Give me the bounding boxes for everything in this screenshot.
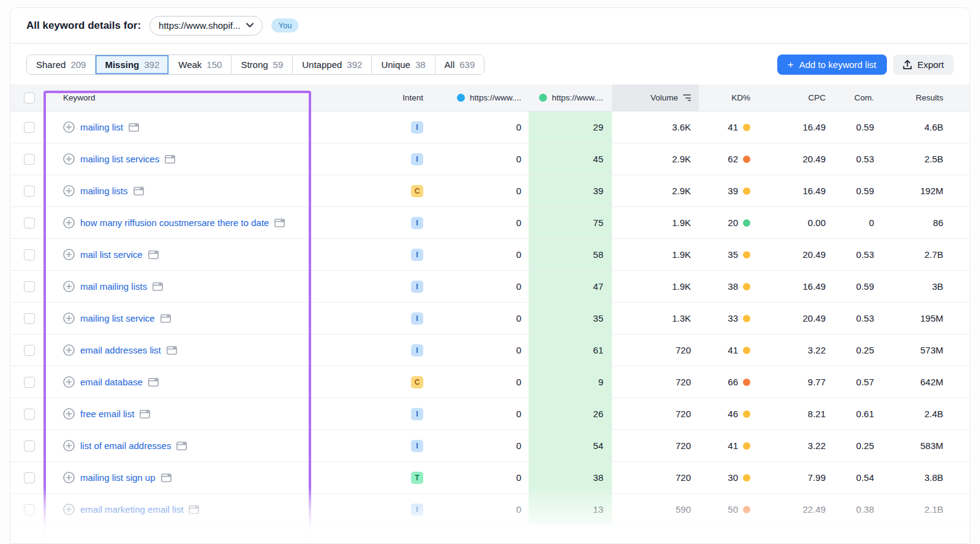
row-checkbox[interactable] xyxy=(24,345,35,356)
row-checkbox[interactable] xyxy=(24,504,35,515)
column-header-url2[interactable]: https://www.... xyxy=(529,85,612,111)
keyword-link[interactable]: mailing list services xyxy=(80,154,159,164)
cpc-value: 3.22 xyxy=(808,440,826,451)
keyword-link[interactable]: mailing lists xyxy=(80,186,128,196)
kd-value: 35 xyxy=(728,249,738,260)
url2-position: 45 xyxy=(593,154,603,164)
intent-badge[interactable]: I xyxy=(411,217,423,229)
add-keyword-icon[interactable] xyxy=(63,217,75,229)
toolbar: Shared209Missing392Weak150Strong59Untapp… xyxy=(10,43,970,85)
tab-label: Unique xyxy=(381,59,410,70)
kd-dot-icon xyxy=(743,442,750,450)
kd-value: 33 xyxy=(728,313,738,323)
domain-selector-dropdown[interactable]: https://www.shopif... xyxy=(149,16,263,36)
serp-features-icon[interactable] xyxy=(165,155,175,164)
keyword-link[interactable]: email marketing email list xyxy=(80,504,183,515)
keyword-link[interactable]: mailing list service xyxy=(80,313,155,323)
column-header-intent[interactable]: Intent xyxy=(311,85,423,111)
serp-features-icon[interactable] xyxy=(160,314,171,323)
url2-position: 58 xyxy=(593,249,603,260)
row-checkbox[interactable] xyxy=(24,186,35,197)
row-checkbox[interactable] xyxy=(24,122,35,133)
serp-features-icon[interactable] xyxy=(176,442,187,450)
kd-value: 50 xyxy=(728,504,738,515)
add-keyword-icon[interactable] xyxy=(63,376,75,388)
select-all-checkbox[interactable] xyxy=(24,93,35,104)
add-keyword-icon[interactable] xyxy=(63,504,75,515)
intent-badge[interactable]: I xyxy=(411,281,423,293)
tab-label: Weak xyxy=(178,59,202,70)
keyword-link[interactable]: email addresses list xyxy=(80,345,161,355)
intent-badge[interactable]: I xyxy=(411,249,423,261)
add-keyword-icon[interactable] xyxy=(63,249,75,260)
intent-badge[interactable]: I xyxy=(411,504,423,516)
keyword-link[interactable]: mailing list xyxy=(80,122,123,132)
serp-features-icon[interactable] xyxy=(161,474,172,482)
tab-shared[interactable]: Shared209 xyxy=(27,55,96,74)
tab-weak[interactable]: Weak150 xyxy=(169,55,232,74)
column-header-keyword[interactable]: Keyword xyxy=(45,85,311,111)
add-keyword-icon[interactable] xyxy=(63,408,75,420)
keyword-link[interactable]: list of email addresses xyxy=(80,440,171,451)
results-value: 573M xyxy=(920,345,943,355)
column-header-results[interactable]: Results xyxy=(874,85,943,111)
keyword-link[interactable]: mailing list sign up xyxy=(80,472,156,483)
intent-badge[interactable]: I xyxy=(411,344,423,357)
row-checkbox[interactable] xyxy=(24,249,35,260)
intent-badge[interactable]: I xyxy=(411,408,423,420)
column-header-kd[interactable]: KD% xyxy=(699,85,750,111)
intent-badge[interactable]: C xyxy=(411,376,423,388)
add-keyword-icon[interactable] xyxy=(63,312,75,324)
column-header-cpc[interactable]: CPC xyxy=(750,85,826,111)
intent-badge[interactable]: C xyxy=(411,185,423,197)
row-checkbox[interactable] xyxy=(24,154,35,165)
serp-features-icon[interactable] xyxy=(167,346,177,355)
keyword-link[interactable]: mail list service xyxy=(80,249,143,260)
row-checkbox[interactable] xyxy=(24,377,35,388)
keyword-link[interactable]: email database xyxy=(80,377,143,387)
keyword-link[interactable]: free email list xyxy=(80,409,134,419)
intent-badge[interactable]: I xyxy=(411,121,423,134)
tab-all[interactable]: All639 xyxy=(435,55,484,74)
serp-features-icon[interactable] xyxy=(148,251,159,259)
column-header-volume[interactable]: Volume xyxy=(612,85,699,111)
row-checkbox[interactable] xyxy=(24,281,35,292)
serp-features-icon[interactable] xyxy=(189,505,199,514)
row-checkbox[interactable] xyxy=(24,472,35,483)
serp-features-icon[interactable] xyxy=(140,410,150,418)
intent-badge[interactable]: T xyxy=(411,472,423,484)
row-checkbox[interactable] xyxy=(24,313,35,324)
volume-value: 3.6K xyxy=(672,122,691,132)
tab-untapped[interactable]: Untapped392 xyxy=(293,55,372,74)
add-keyword-icon[interactable] xyxy=(63,121,75,133)
add-keyword-icon[interactable] xyxy=(63,440,75,451)
add-keyword-icon[interactable] xyxy=(63,472,75,483)
serp-features-icon[interactable] xyxy=(134,187,144,195)
serp-features-icon[interactable] xyxy=(153,282,163,291)
row-checkbox[interactable] xyxy=(24,440,35,451)
add-keyword-icon[interactable] xyxy=(63,185,75,197)
column-header-url1[interactable]: https://www.... xyxy=(423,85,521,111)
cpc-value: 20.49 xyxy=(802,313,826,323)
results-value: 4.6B xyxy=(924,122,943,132)
intent-badge[interactable]: I xyxy=(411,440,423,452)
serp-features-icon[interactable] xyxy=(148,378,159,387)
tab-missing[interactable]: Missing392 xyxy=(96,55,169,74)
add-keyword-icon[interactable] xyxy=(63,344,75,356)
column-header-com[interactable]: Com. xyxy=(826,85,874,111)
serp-features-icon[interactable] xyxy=(129,123,139,132)
add-keyword-icon[interactable] xyxy=(63,153,75,165)
keyword-link[interactable]: how many riffusion coustmersare there to… xyxy=(80,217,269,228)
intent-badge[interactable]: I xyxy=(411,312,423,325)
row-checkbox[interactable] xyxy=(24,409,35,420)
url1-position: 0 xyxy=(516,377,521,387)
keyword-link[interactable]: mail mailing lists xyxy=(80,281,147,292)
tab-strong[interactable]: Strong59 xyxy=(232,55,293,74)
tab-unique[interactable]: Unique38 xyxy=(372,55,435,74)
export-button[interactable]: Export xyxy=(893,55,954,75)
intent-badge[interactable]: I xyxy=(411,153,423,165)
row-checkbox[interactable] xyxy=(24,217,35,229)
add-to-keyword-list-button[interactable]: + Add to keyword list xyxy=(777,55,887,75)
serp-features-icon[interactable] xyxy=(274,219,285,227)
add-keyword-icon[interactable] xyxy=(63,281,75,292)
